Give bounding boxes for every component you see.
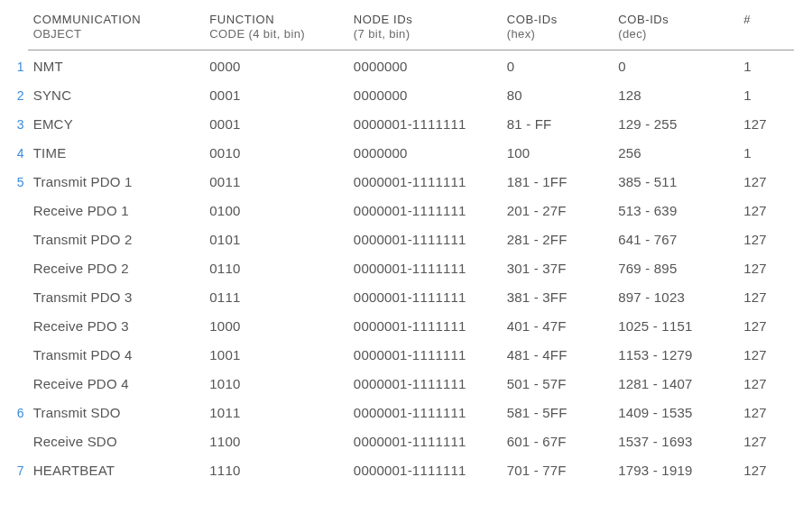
row-number-cell: 4 [5,139,28,168]
cell-node-ids: 0000001-1111111 [348,427,502,456]
cell-count: 1 [738,52,794,81]
cell-node-ids: 0000001-1111111 [348,341,502,370]
cell-count: 127 [738,197,794,225]
table-row: 2SYNC00010000000801281 [5,81,794,110]
cell-cob-hex: 601 - 67F [502,427,614,456]
cell-count: 127 [738,110,794,139]
cell-count: 127 [738,312,794,341]
row-number-cell: 6 [5,399,28,427]
table-row: 4TIME001000000001002561 [5,139,794,168]
cell-count: 1 [738,139,794,168]
cell-function-code: 1011 [204,399,348,427]
table-row: Receive PDO 410100000001-1111111501 - 57… [5,370,794,399]
cell-function-code: 0011 [204,168,348,197]
cell-communication-object: Receive PDO 3 [28,312,205,341]
cell-function-code: 1001 [204,341,348,370]
table-row: 5Transmit PDO 100110000001-1111111181 - … [5,168,794,197]
cell-communication-object: Transmit PDO 1 [28,168,205,197]
cell-cob-hex: 201 - 27F [502,197,614,225]
table-header: COMMUNICATION OBJECT FUNCTION CODE (4 bi… [5,9,794,50]
cob-id-table: COMMUNICATION OBJECT FUNCTION CODE (4 bi… [5,9,794,485]
cell-communication-object: TIME [28,139,205,168]
row-number-cell: 7 [5,456,28,485]
cell-communication-object: Transmit SDO [28,399,205,427]
table-row: Transmit PDO 301110000001-1111111381 - 3… [5,283,794,312]
col-header-function-code: FUNCTION CODE (4 bit, bin) [204,9,348,50]
cell-cob-dec: 513 - 639 [613,197,738,225]
cell-node-ids: 0000001-1111111 [348,370,502,399]
cell-communication-object: Receive PDO 2 [28,254,205,283]
cell-cob-hex: 581 - 5FF [502,399,614,427]
col-header-node-ids: NODE IDs (7 bit, bin) [348,9,502,50]
col-header-sub: CODE (4 bit, bin) [209,27,343,41]
cell-communication-object: Transmit PDO 4 [28,341,205,370]
cell-cob-hex: 0 [502,52,614,81]
cell-cob-dec: 1537 - 1693 [613,427,738,456]
cell-cob-dec: 641 - 767 [613,225,738,254]
table-row: Transmit PDO 410010000001-1111111481 - 4… [5,341,794,370]
cell-count: 127 [738,370,794,399]
cell-node-ids: 0000001-1111111 [348,283,502,312]
table-row: Receive PDO 310000000001-1111111401 - 47… [5,312,794,341]
cell-cob-dec: 1793 - 1919 [613,456,738,485]
cell-count: 127 [738,225,794,254]
cell-function-code: 1110 [204,456,348,485]
row-number-cell [5,254,28,283]
cell-communication-object: Receive SDO [28,427,205,456]
row-number-cell [5,197,28,225]
table-row: Receive PDO 101000000001-1111111201 - 27… [5,197,794,225]
table-row: 6Transmit SDO10110000001-1111111581 - 5F… [5,399,794,427]
cell-communication-object: Transmit PDO 2 [28,225,205,254]
cell-node-ids: 0000000 [348,139,502,168]
col-header-sub: (hex) [507,27,608,41]
row-number-cell [5,341,28,370]
cell-function-code: 1000 [204,312,348,341]
cell-cob-hex: 181 - 1FF [502,168,614,197]
cell-node-ids: 0000001-1111111 [348,110,502,139]
cell-cob-hex: 81 - FF [502,110,614,139]
cell-function-code: 0111 [204,283,348,312]
cell-function-code: 1010 [204,370,348,399]
cell-node-ids: 0000001-1111111 [348,225,502,254]
cell-function-code: 0100 [204,197,348,225]
cell-cob-hex: 701 - 77F [502,456,614,485]
cell-cob-hex: 501 - 57F [502,370,614,399]
col-header-cob-hex: COB-IDs (hex) [502,9,614,50]
cell-communication-object: NMT [28,52,205,81]
row-number-cell: 5 [5,168,28,197]
cell-count: 127 [738,254,794,283]
col-header-num [5,9,28,50]
cell-node-ids: 0000000 [348,52,502,81]
cell-node-ids: 0000001-1111111 [348,456,502,485]
cell-cob-hex: 80 [502,81,614,110]
cell-cob-hex: 281 - 2FF [502,225,614,254]
cell-node-ids: 0000001-1111111 [348,197,502,225]
cell-communication-object: HEARTBEAT [28,456,205,485]
cell-node-ids: 0000001-1111111 [348,312,502,341]
cell-function-code: 0010 [204,139,348,168]
cell-communication-object: Transmit PDO 3 [28,283,205,312]
col-header-top: COMMUNICATION [33,13,199,27]
cell-count: 127 [738,427,794,456]
cell-cob-dec: 769 - 895 [613,254,738,283]
col-header-sub: OBJECT [33,27,199,41]
table-row: 3EMCY00010000001-111111181 - FF129 - 255… [5,110,794,139]
cell-function-code: 0000 [204,52,348,81]
cell-cob-hex: 301 - 37F [502,254,614,283]
col-header-top: COB-IDs [507,13,608,27]
col-header-communication-object: COMMUNICATION OBJECT [28,9,205,50]
cell-cob-dec: 0 [613,52,738,81]
row-number-cell [5,370,28,399]
table-row: 7HEARTBEAT11100000001-1111111701 - 77F17… [5,456,794,485]
cell-count: 127 [738,168,794,197]
row-number-cell [5,312,28,341]
table-body: 1NMT000000000000012SYNC00010000000801281… [5,50,794,485]
cell-cob-hex: 401 - 47F [502,312,614,341]
cell-cob-dec: 129 - 255 [613,110,738,139]
row-number-cell [5,283,28,312]
col-header-count: # [738,9,794,50]
cob-id-table-container: COMMUNICATION OBJECT FUNCTION CODE (4 bi… [0,0,812,523]
cell-cob-dec: 1409 - 1535 [613,399,738,427]
cell-node-ids: 0000000 [348,81,502,110]
cell-count: 127 [738,341,794,370]
